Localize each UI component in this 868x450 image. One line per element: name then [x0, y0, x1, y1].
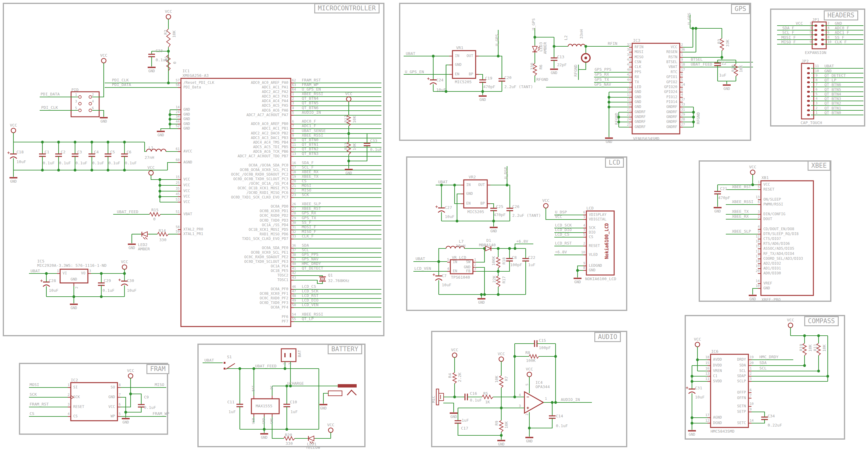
label: 9 — [815, 74, 818, 77]
label: AUDIO_IN — [561, 397, 580, 401]
label: C24 — [436, 78, 443, 82]
label: R18 — [502, 257, 506, 264]
label: MISO — [155, 383, 164, 387]
label: VCC — [451, 348, 458, 352]
label: FRAM_WP — [153, 412, 169, 416]
label: OC0B_XCK0_PF1 — [260, 292, 288, 295]
label: VCC — [147, 165, 154, 169]
label: 18 — [292, 170, 296, 174]
label: MISO — [302, 188, 311, 192]
label: LCD_VEN — [302, 303, 318, 307]
label: 27nH — [145, 156, 154, 159]
label: XBEE_RSSI — [732, 200, 753, 204]
label: GND — [835, 21, 842, 25]
label: CLK — [634, 65, 641, 69]
label: 2 — [474, 263, 476, 266]
label: AVDD — [713, 358, 722, 361]
label: GPIO1 — [666, 75, 677, 79]
label: PDI_DATA — [40, 92, 60, 96]
label: VCC — [183, 194, 190, 198]
label: 50 — [292, 303, 296, 307]
label: GND — [183, 117, 190, 121]
label: 2 — [92, 93, 94, 96]
label: 34 — [176, 115, 180, 118]
label: 3 — [89, 269, 91, 272]
label: VO — [81, 271, 86, 275]
label: 10uF — [695, 395, 705, 399]
section-audio — [431, 331, 627, 447]
label: 2.2K — [458, 373, 462, 382]
label: 6 — [828, 31, 830, 34]
label: ADC0_F — [302, 119, 316, 123]
label: VLED — [589, 253, 598, 256]
label: 10K — [822, 345, 826, 352]
label: IC6 — [711, 349, 718, 353]
label: RX — [634, 75, 639, 79]
label: R4 — [448, 373, 452, 378]
label: SCL — [302, 248, 309, 252]
label: HMC_DRDY — [302, 262, 321, 265]
label: QT_DETECT — [302, 266, 323, 270]
label: VCC — [127, 368, 134, 373]
label: DOUT — [763, 217, 772, 221]
label: 44 — [176, 120, 180, 123]
label: R5 — [483, 391, 488, 395]
label: BAT — [298, 350, 302, 357]
label: SDA_F — [302, 161, 314, 165]
label: L7 — [459, 239, 464, 243]
label: C5 — [110, 150, 115, 154]
label: C9 — [144, 395, 149, 399]
label: 2 — [750, 372, 752, 375]
label: 10uF — [127, 288, 136, 292]
label: 7 — [119, 393, 121, 396]
label: QT_BTN0 — [302, 138, 318, 142]
label: 33 — [292, 235, 296, 238]
label: RFIN — [634, 45, 644, 49]
label: XBEE_SLP — [302, 202, 321, 206]
label: OC0B_XCK0_SCL_PE1 — [251, 251, 288, 254]
label: MIC2920A-3.3WS: 576-1116-1-ND — [37, 263, 106, 267]
label: 1 — [815, 111, 818, 114]
label: GND — [100, 120, 107, 123]
label: GND — [261, 436, 268, 439]
label: /OC0C_OC1A_/SS_PC4 — [249, 182, 288, 185]
label: 1 — [757, 181, 760, 184]
label: GND — [634, 100, 641, 104]
label: 63 — [292, 83, 296, 87]
label: 11 — [627, 93, 631, 96]
section-title-compass: COMPASS — [804, 316, 839, 326]
label: GND — [183, 108, 190, 111]
label: 470pF — [494, 213, 505, 217]
label: PDI_CLK — [112, 78, 129, 82]
label: SS_F — [302, 220, 311, 224]
label: C18 — [17, 150, 24, 154]
label: 100pF — [510, 263, 522, 267]
label: 1 — [283, 363, 286, 365]
label: 330 — [159, 238, 166, 242]
label: 23 — [292, 193, 296, 197]
label: EN — [466, 201, 470, 205]
label: OC1B_XCK1_MOSI_PD5 — [249, 228, 288, 231]
label: QT_BTN3 — [825, 97, 841, 101]
label: 7 — [815, 83, 818, 86]
label: GPS_PPS — [595, 67, 612, 71]
label: 17 — [756, 255, 760, 258]
label: 0.1uF — [43, 161, 55, 165]
label: TXD1_SCK_CLKO_EVO_PD7 — [242, 237, 288, 240]
label: ADC0_AC0_AREF_PB0 — [251, 122, 288, 126]
label: XTAL2_PR0 — [183, 227, 203, 231]
label: C28 — [49, 279, 56, 283]
label: C19 — [485, 76, 492, 80]
label: BP — [480, 201, 485, 205]
label: GNDRF — [666, 125, 677, 129]
label: VREF — [763, 281, 772, 285]
label: VCC — [121, 260, 128, 264]
label: RFIN — [608, 41, 617, 45]
label: IC3 — [633, 38, 640, 42]
label: BTSEL — [666, 60, 677, 64]
label: RTC — [671, 70, 677, 74]
label: 9 — [809, 40, 811, 43]
label: +6.8V — [516, 239, 528, 243]
label: 8 — [583, 266, 585, 269]
label: 54 — [292, 313, 296, 316]
